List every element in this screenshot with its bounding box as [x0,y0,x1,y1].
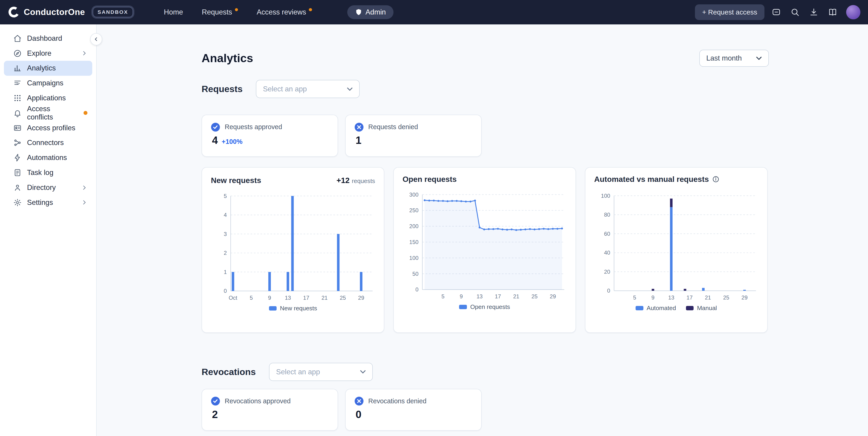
requests-app-select[interactable]: Select an app [256,80,360,98]
nav-requests-label: Requests [202,8,232,16]
open-requests-card: Open requests 05010015020025030059131721… [393,167,576,333]
chart-legend: AutomatedManual [594,304,758,312]
automated-vs-manual-chart: 020406080100591317212529 [594,191,758,302]
sidebar-item-access-conflicts[interactable]: Access conflicts [4,106,92,120]
svg-text:21: 21 [705,295,711,301]
svg-text:9: 9 [268,295,271,301]
sandbox-badge: SANDBOX [93,7,133,17]
gear-icon [13,198,22,207]
legend-swatch [459,305,467,309]
sidebar-item-task-log[interactable]: Task log [4,165,92,180]
sidebar-item-automations[interactable]: Automations [4,150,92,165]
legend-item: Open requests [459,303,510,311]
svg-text:2: 2 [224,250,227,256]
requests-approved-card: Requests approved 4 +100% [202,115,338,156]
svg-text:100: 100 [601,193,610,199]
chart-title: Automated vs manual requests [594,175,709,183]
campaigns-icon [13,79,22,87]
request-access-button[interactable]: + Request access [695,4,765,20]
svg-text:0: 0 [224,288,227,294]
sidebar-item-explore[interactable]: Explore [4,46,92,61]
svg-text:1: 1 [224,269,227,275]
search-icon[interactable] [788,5,802,19]
brand[interactable]: ConductorOne [8,6,85,18]
sidebar-item-connectors[interactable]: Connectors [4,135,92,150]
nav-home[interactable]: Home [164,8,183,16]
svg-text:17: 17 [495,293,501,300]
svg-text:50: 50 [412,271,418,277]
chevron-down-icon [756,57,762,60]
bell-icon [13,109,22,117]
stat-value: 2 [212,409,218,420]
sidebar-item-directory[interactable]: Directory [4,180,92,195]
nav-access-reviews[interactable]: Access reviews [256,8,312,16]
shield-icon [355,8,362,16]
sidebar-item-analytics[interactable]: Analytics [4,61,92,76]
main-content: Analytics Last month Requests Select an … [97,24,868,436]
sidebar-item-applications[interactable]: Applications [4,91,92,106]
check-circle-icon [211,122,220,132]
svg-text:300: 300 [409,192,418,198]
legend-swatch [686,306,694,310]
home-icon [13,34,22,42]
avatar[interactable] [846,5,860,19]
legend-item: Automated [636,304,676,312]
x-circle-icon [354,122,364,132]
chart-delta: +12requests [336,175,375,185]
svg-text:200: 200 [409,223,418,230]
sidebar-item-label: Analytics [27,64,56,72]
docs-book-icon[interactable] [826,5,839,19]
primary-nav: Home Requests Access reviews Admin [164,5,394,19]
time-range-select[interactable]: Last month [699,50,769,67]
svg-text:13: 13 [476,293,483,300]
svg-text:17: 17 [303,295,310,301]
chevron-down-icon [360,370,366,373]
x-circle-icon [354,397,364,406]
svg-text:250: 250 [409,207,418,214]
admin-button-label: Admin [365,8,386,16]
notification-dot [309,8,312,11]
revocations-denied-card: Revocations denied 0 [345,389,482,431]
revocations-section-title: Revocations [202,367,256,377]
conductorone-logo-icon [8,6,20,18]
sidebar-item-campaigns[interactable]: Campaigns [4,76,92,91]
svg-text:25: 25 [532,293,538,300]
svg-text:13: 13 [668,295,675,301]
chart-title: Open requests [402,175,457,184]
sidebar-item-access-profiles[interactable]: Access profiles [4,120,92,135]
sidebar-item-label: Campaigns [27,79,63,87]
stat-delta: +100% [222,138,242,145]
admin-button[interactable]: Admin [347,5,394,19]
svg-text:4: 4 [224,212,227,218]
sidebar-item-dashboard[interactable]: Dashboard [4,31,92,46]
sidebar-item-label: Access conflicts [27,105,78,121]
svg-text:60: 60 [604,231,610,237]
legend-label: New requests [280,305,317,312]
info-icon[interactable] [712,176,719,185]
download-icon[interactable] [807,5,820,19]
chart-legend: New requests [211,305,375,312]
chart-legend: Open requests [402,303,567,311]
time-range-value: Last month [706,54,742,62]
svg-text:25: 25 [723,295,729,301]
grid-icon [13,94,22,102]
revocations-app-select[interactable]: Select an app [269,363,373,381]
svg-text:17: 17 [686,295,693,301]
command-bar-icon[interactable] [769,5,783,19]
svg-text:9: 9 [460,293,463,300]
sidebar: Dashboard Explore Analytics Campaigns Ap… [0,24,97,436]
svg-text:29: 29 [550,293,556,300]
svg-text:9: 9 [651,295,654,301]
chevron-right-icon [81,199,87,205]
legend-label: Open requests [470,303,510,311]
nav-requests[interactable]: Requests [202,8,238,16]
svg-text:100: 100 [409,255,418,261]
sidebar-item-settings[interactable]: Settings [4,195,92,210]
svg-text:13: 13 [285,295,291,301]
app-select-placeholder: Select an app [276,368,320,376]
sidebar-collapse-button[interactable] [90,33,102,45]
bolt-icon [13,153,22,162]
stat-value: 1 [355,135,361,146]
new-requests-chart: 012345Oct591317212529 [211,192,375,302]
brand-name: ConductorOne [24,7,85,17]
